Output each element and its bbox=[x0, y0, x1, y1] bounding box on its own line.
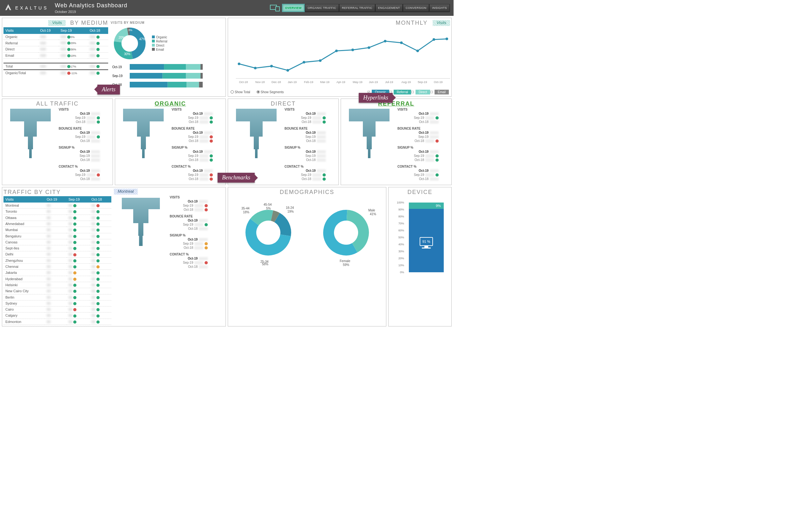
svg-text:30%: 30% bbox=[398, 250, 404, 253]
legend-medium: OrganicReferralDirectEmail bbox=[152, 35, 168, 52]
radio-show-segments[interactable]: Show Segments bbox=[257, 90, 284, 94]
svg-text:Nov-18: Nov-18 bbox=[255, 81, 265, 84]
svg-point-34 bbox=[384, 40, 386, 42]
city-row[interactable]: Toronto0000 00 bbox=[3, 209, 111, 215]
city-row[interactable]: Ahmedabad0000 00 bbox=[3, 221, 111, 226]
svg-text:35-44: 35-44 bbox=[241, 207, 250, 210]
brand-text: EXALTUS bbox=[15, 5, 49, 11]
city-row[interactable]: Canoas0000 00 bbox=[3, 239, 111, 245]
svg-text:50%: 50% bbox=[398, 236, 404, 239]
city-row[interactable]: Montreal0000 00 bbox=[3, 203, 111, 209]
page-subtitle: October 2019 bbox=[55, 9, 127, 14]
svg-text:10%: 10% bbox=[398, 264, 404, 267]
metric-signup: SIGNUP %Oct-19Sep-19Oct-18 bbox=[398, 146, 439, 162]
svg-text:18-24: 18-24 bbox=[286, 206, 294, 210]
row-total: Total000000 17%000 bbox=[3, 63, 108, 70]
city-row[interactable]: Ottawa0000 00 bbox=[3, 215, 111, 221]
svg-rect-1 bbox=[276, 7, 280, 11]
city-row[interactable]: Berlin0000 00 bbox=[3, 294, 111, 300]
row-organic-total: Organic/Total000000 -11%000 bbox=[3, 70, 108, 76]
metric-visits: VISITSOct-19Sep-19Oct-18 bbox=[285, 108, 326, 124]
title-monthly: MONTHLY bbox=[396, 19, 428, 27]
nav-conversion[interactable]: CONVERSION bbox=[403, 4, 430, 12]
metric-visits: VISITSOct-19Sep-19Oct-18 bbox=[398, 108, 439, 124]
svg-point-36 bbox=[416, 50, 419, 52]
link-organic[interactable]: ORGANIC bbox=[155, 100, 186, 107]
svg-rect-19 bbox=[200, 73, 203, 79]
devices-icon bbox=[270, 4, 280, 12]
nav-engagement[interactable]: ENGAGEMENT bbox=[375, 4, 403, 12]
panel-all-traffic: ALL TRAFFICVISITSOct-19Sep-19Oct-18BOUNC… bbox=[2, 98, 113, 185]
city-metric-visits: VISITSOct-19Sep-19Oct-18 bbox=[170, 195, 208, 212]
svg-text:Sep-19: Sep-19 bbox=[112, 74, 123, 78]
nav-insights[interactable]: INSIGHTS bbox=[429, 4, 450, 12]
svg-text:Oct-19: Oct-19 bbox=[434, 81, 443, 84]
city-row[interactable]: Bengaluru0000 00 bbox=[3, 233, 111, 239]
svg-text:45-54: 45-54 bbox=[264, 203, 272, 206]
metric-contact: CONTACT %Oct-19Sep-19Oct-18 bbox=[285, 164, 326, 181]
donut-medium: 47% 30% 20% 3% bbox=[111, 26, 149, 61]
nav-organic-traffic[interactable]: ORGANIC TRAFFIC bbox=[305, 4, 339, 12]
svg-rect-24 bbox=[199, 82, 203, 88]
city-row[interactable]: Chennai0000 00 bbox=[3, 264, 111, 270]
svg-rect-86 bbox=[425, 246, 428, 247]
svg-text:90%: 90% bbox=[398, 208, 404, 211]
title-demographics: DEMOGRAPHICS bbox=[229, 189, 385, 196]
city-row[interactable]: Calgary0000 00 bbox=[3, 312, 111, 318]
panel-referral: REFERRALVISITSOct-19Sep-19Oct-18BOUNCE R… bbox=[341, 98, 452, 185]
city-row[interactable]: Edmonton0000 00 bbox=[3, 318, 111, 325]
city-row[interactable]: Delhi0000 00 bbox=[3, 251, 111, 257]
svg-point-25 bbox=[238, 63, 240, 65]
svg-rect-18 bbox=[186, 73, 200, 79]
svg-point-31 bbox=[335, 50, 338, 52]
brand-logo: EXALTUS bbox=[4, 3, 49, 12]
legend-organic: Organic bbox=[152, 35, 168, 39]
panel-monthly: MONTHLY Visits Oct-18Nov-18Dec-18Jan-19F… bbox=[228, 18, 452, 97]
svg-text:Female: Female bbox=[340, 259, 350, 263]
funnel-city bbox=[114, 195, 168, 246]
col-Visits: Visits bbox=[3, 27, 38, 34]
svg-text:Jan-19: Jan-19 bbox=[288, 81, 296, 84]
svg-text:19%: 19% bbox=[287, 210, 294, 213]
svg-text:Dec-18: Dec-18 bbox=[271, 81, 281, 84]
city-row[interactable]: Helsinki0000 00 bbox=[3, 282, 111, 288]
metric-bouncerate: BOUNCE RATEOct-19Sep-19Oct-18 bbox=[59, 126, 100, 143]
svg-text:Sep-19: Sep-19 bbox=[418, 81, 427, 84]
nav-referral-traffic[interactable]: REFERRAL TRAFFIC bbox=[339, 4, 375, 12]
seg-toggle-direct[interactable]: ☐ Direct bbox=[411, 90, 430, 94]
svg-text:30%: 30% bbox=[124, 52, 130, 56]
city-row[interactable]: Sydney0000 00 bbox=[3, 300, 111, 306]
radio-show-total[interactable]: Show Total bbox=[231, 90, 250, 94]
svg-point-26 bbox=[254, 67, 257, 69]
svg-point-29 bbox=[302, 61, 305, 64]
svg-point-38 bbox=[446, 38, 448, 40]
svg-point-27 bbox=[270, 65, 273, 67]
svg-rect-14 bbox=[200, 64, 203, 70]
city-row[interactable]: Cairo0000 00 bbox=[3, 306, 111, 312]
panel-traffic-city: TRAFFIC BY CITY VisitsOct-19Sep-19Oct-18… bbox=[2, 187, 226, 327]
callout-hyperlinks: Hyperlinks bbox=[359, 93, 393, 103]
city-row[interactable]: Hyderabad0000 00 bbox=[3, 276, 111, 282]
svg-text:58%: 58% bbox=[262, 263, 268, 266]
svg-text:May-19: May-19 bbox=[353, 81, 362, 84]
city-metric-bouncerate: BOUNCE RATEOct-19Sep-19Oct-18 bbox=[170, 214, 208, 231]
svg-text:20%: 20% bbox=[119, 36, 125, 39]
svg-point-37 bbox=[433, 38, 435, 41]
top-nav: OVERVIEWORGANIC TRAFFICREFERRAL TRAFFICE… bbox=[270, 4, 450, 12]
city-row[interactable]: New Cairo City0000 00 bbox=[3, 288, 111, 294]
svg-point-35 bbox=[400, 41, 403, 44]
logo-icon bbox=[4, 3, 13, 12]
chart-device: 0%10%20%30%40%50%60%70%80%90%100% 9% 91 … bbox=[390, 196, 450, 275]
city-row[interactable]: Mumbai0000 00 bbox=[3, 227, 111, 233]
page-title-block: Web Analytics Dashboard October 2019 bbox=[55, 2, 127, 14]
panel-visits-by-medium: Visits BY MEDIUM VisitsOct-19Sep-19Oct-1… bbox=[2, 18, 226, 97]
city-row[interactable]: Sept-Iles0000 00 bbox=[3, 245, 111, 251]
city-row[interactable]: Zhengzhou0000 00 bbox=[3, 257, 111, 263]
nav-overview[interactable]: OVERVIEW bbox=[282, 4, 305, 12]
svg-text:80%: 80% bbox=[398, 215, 404, 218]
seg-toggle-email[interactable]: ☐ Email bbox=[430, 90, 449, 94]
svg-rect-23 bbox=[186, 82, 199, 88]
title-device: DEVICE bbox=[390, 189, 450, 196]
svg-rect-13 bbox=[186, 64, 200, 70]
city-row[interactable]: Jakarta0000 00 bbox=[3, 270, 111, 276]
